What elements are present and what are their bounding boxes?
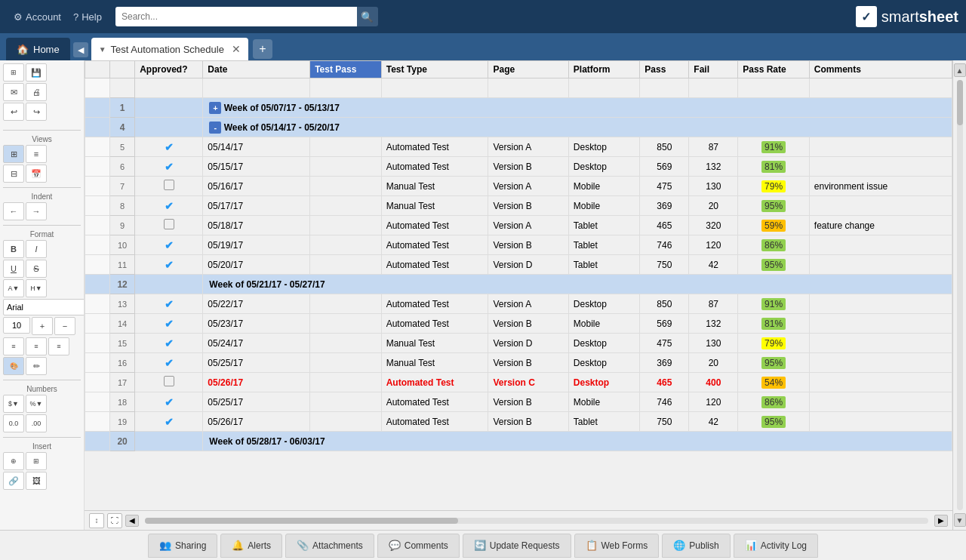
bottom-tab-attachments[interactable]: 📎Attachments	[285, 534, 374, 558]
empty-platform	[568, 78, 640, 98]
align-left-btn[interactable]: ≡	[3, 337, 24, 355]
bottom-tab-update-requests[interactable]: 🔄Update Requests	[463, 534, 571, 558]
empty-checkbox[interactable]	[164, 376, 174, 386]
sheet-tab[interactable]: ▼ Test Automation Schedule ✕	[91, 38, 248, 60]
approved-cell[interactable]: ✔	[135, 196, 203, 216]
fullscreen-btn[interactable]: ⛶	[107, 513, 122, 528]
email-btn[interactable]: ✉	[3, 83, 24, 101]
decimal-increase-btn[interactable]: 0.0	[3, 414, 24, 432]
page-cell: Version A	[488, 216, 568, 235]
comments-cell	[809, 353, 952, 373]
save-btn[interactable]: 💾	[26, 63, 47, 82]
decimal-decrease-btn[interactable]: .00	[26, 414, 47, 432]
approved-cell[interactable]	[135, 216, 203, 235]
strikethrough-btn[interactable]: S	[26, 260, 47, 278]
bottom-tab-label: Sharing	[175, 540, 206, 551]
expand-icon[interactable]: -	[209, 122, 221, 134]
empty-passrate	[738, 78, 810, 98]
align-center-btn[interactable]: ≡	[26, 337, 47, 355]
v-scroll-down[interactable]: ▼	[954, 513, 966, 527]
pen-btn[interactable]: ✏	[26, 357, 47, 375]
comments-cell: environment issue	[809, 177, 952, 196]
indent-left-btn[interactable]: ←	[3, 202, 24, 220]
underline-btn[interactable]: U	[3, 260, 24, 278]
approved-cell[interactable]	[135, 373, 203, 392]
bottom-tab-alerts[interactable]: 🔔Alerts	[220, 534, 282, 558]
image-btn[interactable]: 🖼	[26, 472, 47, 490]
home-tab[interactable]: 🏠 Home	[6, 38, 70, 60]
h-scroll-left[interactable]: ◀	[125, 515, 139, 527]
search-button[interactable]: 🔍	[357, 7, 378, 26]
insert-row-btn[interactable]: ⊕	[3, 452, 24, 470]
row-icon-cell	[85, 196, 110, 216]
text-color-btn[interactable]: A▼	[3, 279, 24, 297]
gantt-view-btn[interactable]: ≡	[26, 145, 47, 163]
align-right-btn[interactable]: ≡	[48, 337, 69, 355]
v-scroll-up[interactable]: ▲	[954, 63, 966, 77]
bottom-tab-publish[interactable]: 🌐Publish	[662, 534, 730, 558]
expand-all-btn[interactable]: ↕	[89, 513, 104, 528]
help-nav-item[interactable]: ? Help	[67, 11, 108, 23]
approved-cell[interactable]: ✔	[135, 294, 203, 314]
card-view-btn[interactable]: ⊟	[3, 165, 24, 183]
empty-checkbox[interactable]	[164, 180, 174, 190]
redo-btn[interactable]: ↪	[26, 103, 47, 121]
bottom-tab-web-forms[interactable]: 📋Web Forms	[574, 534, 660, 558]
bottom-tab-sharing[interactable]: 👥Sharing	[148, 534, 217, 558]
approved-cell[interactable]: ✔	[135, 412, 203, 432]
date-cell: 05/25/17	[203, 353, 310, 373]
bold-btn[interactable]: B	[3, 240, 24, 258]
fail-cell: 120	[689, 235, 738, 255]
insert-col-btn[interactable]: ⊞	[26, 452, 47, 470]
sheet-tab-close[interactable]: ✕	[232, 43, 241, 55]
grid-view-btn[interactable]: ⊞	[3, 145, 24, 163]
h-scroll-track[interactable]	[145, 518, 928, 524]
tab-nav-arrow[interactable]: ◀	[73, 42, 88, 57]
font-size-input[interactable]	[3, 317, 30, 334]
h-scroll-right[interactable]: ▶	[934, 515, 948, 527]
approved-cell[interactable]: ✔	[135, 314, 203, 334]
week-date-cell: Week of 05/21/17 - 05/27/17	[203, 275, 952, 294]
gear-icon: ⚙	[14, 11, 23, 23]
bg-color-btn[interactable]: 🎨	[3, 357, 24, 375]
font-size-decrease-btn[interactable]: −	[54, 317, 75, 335]
approved-cell[interactable]: ✔	[135, 353, 203, 373]
approved-cell[interactable]: ✔	[135, 392, 203, 412]
empty-checkbox[interactable]	[164, 219, 174, 229]
approved-cell[interactable]	[135, 177, 203, 196]
search-input[interactable]	[115, 7, 357, 26]
approved-cell[interactable]: ✔	[135, 334, 203, 353]
cell-format-btn[interactable]: ⊞	[3, 63, 24, 82]
italic-btn[interactable]: I	[26, 240, 47, 258]
row-num-cell: 20	[110, 432, 135, 451]
indent-right-btn[interactable]: →	[26, 202, 47, 220]
col-platform-header: Platform	[568, 61, 640, 78]
approved-cell[interactable]: ✔	[135, 255, 203, 275]
expand-icon[interactable]: +	[209, 102, 221, 114]
undo-btn[interactable]: ↩	[3, 103, 24, 121]
print-btn[interactable]: 🖨	[26, 83, 47, 101]
v-scroll-bar: ▲ ▼	[952, 60, 966, 530]
currency-btn[interactable]: $▼	[3, 395, 24, 413]
account-nav-item[interactable]: ⚙ Account	[8, 11, 67, 23]
percent-btn[interactable]: %▼	[26, 395, 47, 413]
link-btn[interactable]: 🔗	[3, 472, 24, 490]
add-tab-button[interactable]: +	[253, 39, 272, 59]
approved-cell[interactable]: ✔	[135, 137, 203, 157]
platform-cell: Tablet	[568, 255, 640, 275]
date-cell: 05/26/17	[203, 373, 310, 392]
approved-cell[interactable]: ✔	[135, 235, 203, 255]
calendar-view-btn[interactable]: 📅	[26, 165, 47, 183]
bottom-tab-activity-log[interactable]: 📊Activity Log	[734, 534, 818, 558]
font-size-increase-btn[interactable]: +	[32, 317, 53, 335]
bottom-tab-comments[interactable]: 💬Comments	[377, 534, 460, 558]
testtype-cell: Manual Test	[381, 196, 488, 216]
approved-cell[interactable]: ✔	[135, 157, 203, 177]
passrate-cell: 95%	[738, 353, 810, 373]
font-name-input[interactable]	[3, 299, 85, 315]
testpass-cell	[310, 412, 382, 432]
help-icon: ?	[73, 11, 78, 23]
sheet-scroll[interactable]: Approved? Date Test Pass Test Type Page …	[85, 60, 952, 510]
highlight-btn[interactable]: H▼	[26, 279, 47, 297]
v-scroll-track[interactable]	[957, 80, 963, 510]
